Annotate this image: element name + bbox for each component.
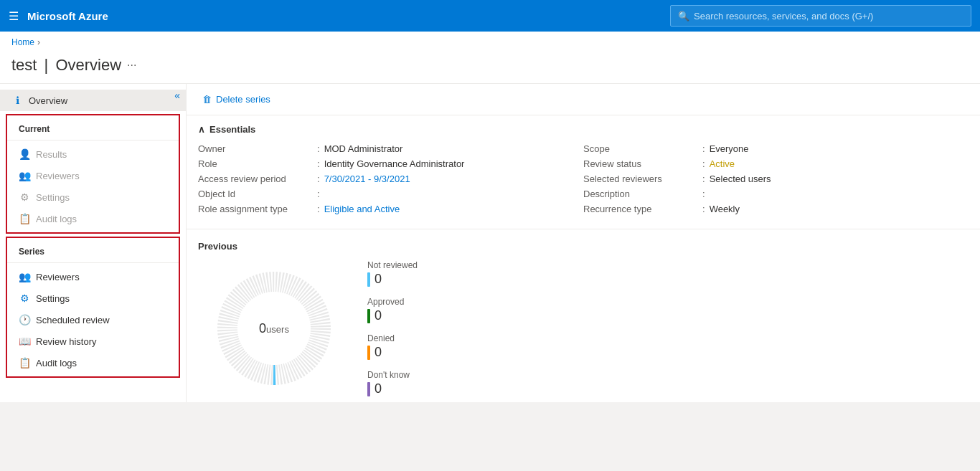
results-label: Results [36, 149, 67, 160]
approved-label: Approved [367, 297, 404, 307]
info-icon: ℹ [11, 95, 23, 106]
delete-icon: 🗑 [202, 94, 212, 105]
sidebar-item-overview[interactable]: ℹ Overview [0, 90, 186, 111]
selected-reviewers-value: Selected users [710, 173, 771, 184]
sidebar: « ℹ Overview Current 👤 Results 👥 Reviewe… [0, 84, 187, 402]
sidebar-item-settings-current: ⚙ Settings [7, 186, 179, 208]
page-header: test | Overview ··· [0, 53, 980, 83]
delete-series-label: Delete series [216, 94, 270, 105]
current-section-container: Current 👤 Results 👥 Reviewers ⚙ Settings… [6, 114, 180, 234]
dontknow-label: Don't know [367, 370, 410, 380]
approved-value: 0 [374, 308, 382, 323]
donut-users-label: users [266, 324, 289, 335]
donut-center: 0users [259, 321, 289, 336]
reviewers-current-label: Reviewers [36, 171, 80, 181]
dontknow-bar [367, 382, 370, 396]
auditlogs-current-icon: 📋 [19, 213, 30, 224]
objectid-label: Object Id [198, 189, 313, 199]
series-section-container: Series 👥 Reviewers ⚙ Settings 🕐 Schedule… [6, 237, 180, 378]
sidebar-item-scheduled-review[interactable]: 🕐 Scheduled review [7, 309, 179, 330]
search-placeholder: Search resources, services, and docs (G+… [694, 11, 873, 22]
legend-bar-approved-row: 0 [367, 308, 418, 323]
sidebar-item-review-history[interactable]: 📖 Review history [7, 330, 179, 352]
review-history-icon: 📖 [19, 336, 30, 347]
main-container: Home › test | Overview ··· « ℹ Overview … [0, 32, 980, 402]
section-divider [187, 229, 980, 229]
sidebar-item-reviewers-current: 👥 Reviewers [7, 165, 179, 186]
sidebar-item-reviewers-series[interactable]: 👥 Reviewers [7, 266, 179, 287]
access-period-value: 7/30/2021 - 9/3/2021 [324, 173, 410, 184]
not-reviewed-label: Not reviewed [367, 260, 418, 270]
auditlogs-series-icon: 📋 [19, 357, 30, 368]
right-content: 🗑 Delete series ∧ Essentials Owner : [187, 84, 980, 402]
settings-series-icon: ⚙ [19, 292, 30, 304]
breadcrumb: Home › [0, 32, 980, 53]
denied-value: 0 [374, 345, 382, 360]
legend-bar-denied-row: 0 [367, 345, 418, 360]
legend-label-not-reviewed: Not reviewed [367, 260, 418, 270]
results-icon: 👤 [19, 148, 30, 160]
review-status-label: Review status [583, 158, 698, 169]
collapse-icon: ∧ [198, 124, 205, 135]
essentials-recurrence-type-row: Recurrence type : Weekly [583, 204, 969, 214]
description-label: Description [583, 189, 698, 199]
donut-value: 0 [259, 321, 266, 336]
series-section-label: Series [7, 241, 179, 260]
reviewers-current-icon: 👥 [19, 170, 30, 181]
settings-current-label: Settings [36, 192, 70, 203]
denied-label: Denied [367, 333, 395, 343]
scope-label: Scope [583, 143, 698, 154]
essentials-grid: Owner : MOD Administrator Role : Identit… [198, 143, 969, 214]
essentials-owner-row: Owner : MOD Administrator [198, 143, 583, 154]
settings-series-label: Settings [36, 293, 70, 304]
assignment-type-value: Eligible and Active [324, 204, 400, 214]
essentials-label: Essentials [209, 124, 255, 135]
access-period-label: Access review period [198, 173, 313, 184]
scheduled-review-icon: 🕐 [19, 314, 30, 325]
hamburger-icon[interactable]: ☰ [9, 9, 19, 23]
owner-value: MOD Administrator [324, 143, 403, 154]
chart-area: 0users Not reviewed 0 [198, 260, 969, 396]
not-reviewed-value: 0 [374, 272, 382, 287]
auditlogs-current-label: Audit logs [36, 214, 77, 224]
reviewers-series-icon: 👥 [19, 271, 30, 282]
sidebar-item-auditlogs-current: 📋 Audit logs [7, 208, 179, 229]
review-history-label: Review history [36, 336, 97, 347]
title-separator: | [44, 56, 53, 74]
essentials-assignment-type-row: Role assignment type : Eligible and Acti… [198, 204, 583, 214]
recurrence-type-value: Weekly [710, 204, 740, 214]
scheduled-review-label: Scheduled review [36, 315, 110, 325]
essentials-description-row: Description : [583, 189, 969, 199]
scope-value: Everyone [710, 143, 749, 154]
search-bar[interactable]: 🔍 Search resources, services, and docs (… [670, 5, 971, 27]
current-section-label: Current [7, 118, 179, 137]
sidebar-item-settings-series[interactable]: ⚙ Settings [7, 287, 179, 309]
page-title: test | Overview [11, 56, 121, 75]
sidebar-item-results: 👤 Results [7, 143, 179, 165]
legend-label-denied: Denied [367, 333, 418, 343]
previous-label: Previous [198, 241, 969, 252]
role-label: Role [198, 158, 313, 169]
breadcrumb-home[interactable]: Home [11, 37, 34, 47]
essentials-left: Owner : MOD Administrator Role : Identit… [198, 143, 583, 214]
essentials-header[interactable]: ∧ Essentials [198, 124, 969, 135]
sidebar-overview-label: Overview [29, 95, 67, 106]
sidebar-item-auditlogs-series[interactable]: 📋 Audit logs [7, 352, 179, 374]
assignment-type-label: Role assignment type [198, 204, 313, 214]
essentials-section: ∧ Essentials Owner : MOD Administrator R… [187, 115, 980, 223]
toolbar: 🗑 Delete series [187, 84, 980, 115]
ellipsis-button[interactable]: ··· [127, 59, 136, 72]
sidebar-collapse-button[interactable]: « [174, 90, 180, 101]
search-icon: 🔍 [678, 11, 689, 22]
legend-item-dontknow: Don't know 0 [367, 370, 418, 396]
review-status-value: Active [710, 158, 735, 169]
essentials-review-status-row: Review status : Active [583, 158, 969, 169]
resource-name: test [11, 56, 37, 74]
delete-series-button[interactable]: 🗑 Delete series [198, 91, 275, 108]
legend-bar-dontknow-row: 0 [367, 381, 418, 396]
legend-item-not-reviewed: Not reviewed 0 [367, 260, 418, 287]
page-type: Overview [55, 56, 121, 74]
previous-section: Previous 0users [187, 235, 980, 402]
auditlogs-series-label: Audit logs [36, 358, 77, 368]
role-value: Identity Governance Administrator [324, 158, 465, 169]
